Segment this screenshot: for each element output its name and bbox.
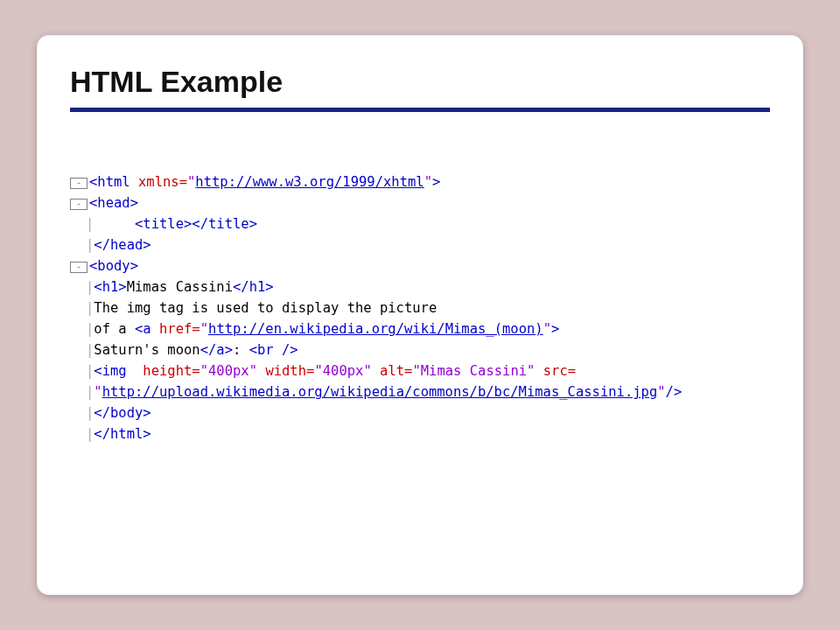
h1-content: Mimas Cassini xyxy=(127,279,233,295)
fold-minus-icon[interactable]: - xyxy=(70,178,88,189)
fold-minus-icon[interactable]: - xyxy=(70,262,88,273)
wiki-link[interactable]: http://en.wikipedia.org/wiki/Mimas_(moon… xyxy=(208,321,543,337)
fold-minus-icon[interactable]: - xyxy=(70,199,88,210)
title-rule xyxy=(70,108,770,112)
slide: HTML Example -<html xmlns="http://www.w3… xyxy=(37,35,803,595)
code-block: -<html xmlns="http://www.w3.org/1999/xht… xyxy=(70,150,770,466)
slide-title: HTML Example xyxy=(70,65,770,99)
body-text: The img tag is used to display the pictu… xyxy=(94,300,437,316)
img-src-link[interactable]: http://upload.wikimedia.org/wikipedia/co… xyxy=(102,384,658,400)
xmlns-link[interactable]: http://www.w3.org/1999/xhtml xyxy=(195,174,424,190)
